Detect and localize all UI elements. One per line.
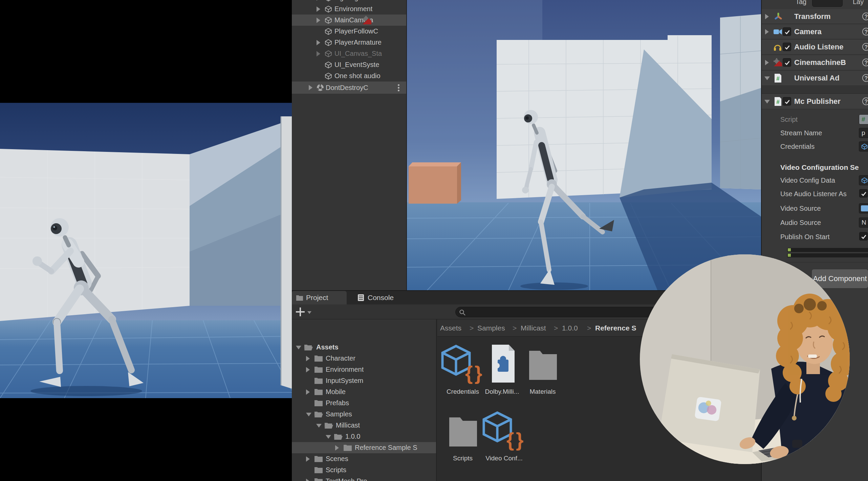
tab-console[interactable]: Console (354, 291, 405, 304)
stream-name-input[interactable]: p (859, 128, 868, 138)
help-icon[interactable]: ? (862, 28, 868, 36)
expand-arrow-icon[interactable] (317, 51, 320, 56)
hierarchy-item-playerfollow[interactable]: PlayerFollowC (292, 26, 406, 37)
field-label-publish: Publish On Start (780, 231, 859, 243)
video-source-field[interactable] (859, 203, 868, 213)
help-icon[interactable]: ? (862, 13, 868, 20)
expand-arrow-icon[interactable] (306, 389, 310, 395)
search-icon (459, 309, 466, 316)
tab-label: Project (306, 291, 328, 304)
component-header-audiolistener[interactable]: Audio Listene ? (762, 40, 868, 55)
breadcrumb-item[interactable]: Millicast (521, 319, 546, 337)
component-header-universal[interactable]: # Universal Ad ? (762, 71, 868, 86)
tree-item-label: Scripts (326, 464, 346, 476)
component-header-cinemachine[interactable]: CinemachineB ? (762, 55, 868, 70)
hierarchy-item-environment[interactable]: Environment (292, 3, 406, 15)
help-icon[interactable]: ? (862, 74, 868, 82)
tree-item-samples[interactable]: Samples (292, 409, 436, 420)
tag-dropdown[interactable] (812, 0, 843, 7)
breadcrumb-item[interactable]: Assets (440, 319, 461, 337)
asset-label: Materials (517, 388, 568, 395)
credentials-object-field[interactable] (859, 141, 868, 152)
hierarchy-item-oneshotaudio[interactable]: One shot audio (292, 70, 406, 82)
tree-item-mobile[interactable]: Mobile (292, 386, 436, 397)
collapse-arrow-icon[interactable] (316, 424, 322, 428)
component-enabled-checkbox[interactable] (783, 43, 791, 51)
list-element-bar[interactable] (787, 253, 868, 257)
publish-on-start-checkbox[interactable] (859, 232, 868, 240)
add-asset-button[interactable] (296, 307, 305, 316)
expand-arrow-icon[interactable] (306, 456, 310, 462)
collapse-arrow-icon[interactable] (764, 76, 770, 80)
add-dropdown-caret-icon[interactable] (307, 311, 311, 314)
component-header-mcpublisher[interactable]: # Mc Publisher ? (762, 94, 868, 109)
hierarchy-item-maincamera[interactable]: MainCamera (292, 15, 406, 26)
folder-icon (314, 478, 323, 481)
list-element-bar[interactable] (787, 248, 868, 252)
expand-arrow-icon[interactable] (317, 18, 320, 23)
tab-project[interactable]: Project (292, 291, 347, 304)
component-enabled-checkbox[interactable] (783, 27, 791, 36)
expand-arrow-icon[interactable] (765, 29, 769, 35)
svg-text:{: { (506, 429, 514, 451)
more-options-icon[interactable] (398, 84, 399, 86)
tree-item-100[interactable]: 1.0.0 (292, 431, 436, 442)
collapse-arrow-icon[interactable] (296, 346, 301, 349)
tree-item-environment[interactable]: Environment (292, 364, 436, 375)
collapse-arrow-icon[interactable] (326, 435, 331, 439)
tree-item-textmeshpro[interactable]: TextMesh Pro (292, 476, 436, 481)
use-audio-checkbox[interactable] (859, 189, 868, 198)
component-header-camera[interactable]: Camera ? (762, 24, 868, 39)
add-component-button[interactable]: Add Component (811, 269, 868, 289)
unity-scene-icon (316, 84, 324, 92)
breadcrumb-item[interactable]: Samples (477, 319, 505, 337)
component-enabled-checkbox[interactable] (783, 58, 791, 67)
asset-materials-folder[interactable]: Materials (517, 343, 568, 395)
asset-videoconfig[interactable]: { } Video Conf... (479, 410, 529, 462)
expand-arrow-icon[interactable] (765, 60, 769, 65)
component-header-transform[interactable]: Transform ? (762, 9, 868, 24)
project-tab-folder-icon (296, 294, 303, 301)
component-enabled-checkbox[interactable] (783, 97, 791, 106)
expand-arrow-icon[interactable] (317, 40, 320, 45)
hierarchy-item-dontdestroy[interactable]: DontDestroyC (292, 82, 406, 94)
check-icon (784, 28, 791, 36)
tree-item-referencesample[interactable]: Reference Sample S (292, 442, 436, 453)
collapse-arrow-icon[interactable] (764, 100, 770, 104)
hierarchy-item-uieventsystem[interactable]: UI_EventSyste (292, 59, 406, 70)
hierarchy-item-uicanvas[interactable]: UI_Canvas_Sta (292, 48, 406, 59)
help-icon[interactable]: ? (862, 97, 868, 105)
tree-item-scripts[interactable]: Scripts (292, 464, 436, 476)
expand-arrow-icon[interactable] (306, 356, 310, 361)
script-object-field[interactable]: # (859, 114, 868, 124)
breadcrumb-item[interactable]: 1.0.0 (562, 319, 578, 337)
video-config-object-field[interactable] (859, 175, 868, 185)
folder-icon (517, 343, 568, 386)
tree-item-label: InputSystem (326, 375, 363, 386)
hierarchy-item-lighting[interactable]: Lighting (292, 0, 406, 3)
expand-arrow-icon[interactable] (306, 367, 310, 372)
help-icon[interactable]: ? (862, 43, 868, 51)
meter-green-dot (788, 248, 791, 251)
hierarchy-item-playerarmature[interactable]: PlayerArmature (292, 37, 406, 48)
tree-item-character[interactable]: Character (292, 353, 436, 364)
expand-arrow-icon[interactable] (765, 14, 769, 19)
tree-item-inputsystem[interactable]: InputSystem (292, 375, 436, 386)
component-name: Camera (794, 24, 861, 39)
expand-arrow-icon[interactable] (335, 445, 339, 451)
tree-item-assets[interactable]: Assets (292, 342, 436, 353)
expand-arrow-icon[interactable] (317, 6, 320, 12)
expand-arrow-icon[interactable] (306, 479, 310, 481)
video-source-swatch (861, 205, 868, 211)
audio-source-field[interactable]: N (859, 217, 868, 228)
expand-arrow-icon[interactable] (309, 85, 312, 90)
breadcrumb-item[interactable]: Reference S (595, 319, 636, 337)
collapse-arrow-icon[interactable] (306, 413, 311, 416)
game-view-left-render (0, 103, 292, 398)
tree-item-scenes[interactable]: Scenes (292, 453, 436, 464)
gameobject-cube-icon (324, 27, 332, 36)
tree-item-millicast[interactable]: Millicast (292, 420, 436, 431)
expand-arrow-icon[interactable] (317, 0, 320, 1)
help-icon[interactable]: ? (862, 59, 868, 66)
tree-item-prefabs[interactable]: Prefabs (292, 397, 436, 409)
